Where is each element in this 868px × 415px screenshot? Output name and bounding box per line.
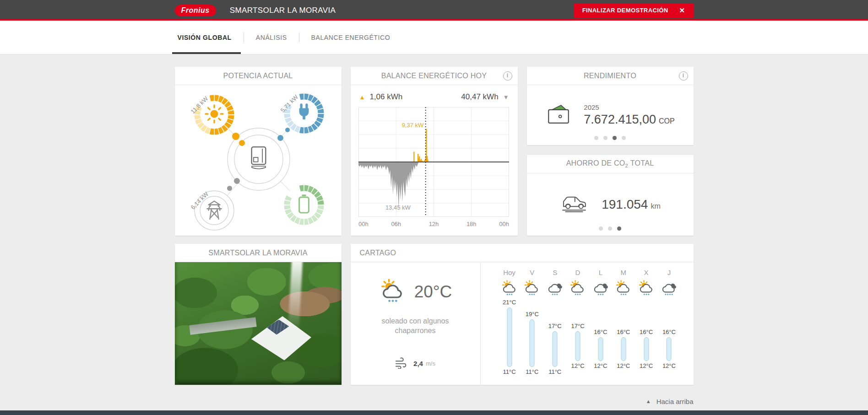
forecast-temp-track: 16°C12°C — [658, 298, 679, 379]
wind-unit: m/s — [426, 360, 435, 367]
info-icon[interactable]: i — [679, 71, 688, 81]
wind-icon — [395, 357, 408, 371]
yield-card: RENDIMIENTO i 2025 7.672.415,00COP — [527, 67, 694, 145]
site-title: SMARTSOLAR LA MORAVIA — [175, 244, 342, 262]
pagination-dot[interactable] — [613, 136, 617, 140]
photo-solar-panels — [266, 320, 289, 337]
co2-pagination — [527, 226, 694, 231]
forecast-day-label: S — [544, 269, 565, 276]
site-card: SMARTSOLAR LA MORAVIA — [175, 244, 342, 385]
car-icon — [559, 194, 589, 215]
current-weather: 20°C soleado con algunos chaparrones 2,4… — [351, 262, 481, 385]
forecast-day-label: D — [567, 269, 588, 276]
pagination-dot[interactable] — [599, 226, 603, 231]
inverter-hub — [239, 139, 279, 179]
forecast-low-temp: 12°C — [567, 362, 588, 369]
co2-value: 191.054km — [602, 197, 661, 212]
photo-building-roof — [251, 316, 311, 360]
back-to-top-link[interactable]: ▲ Hacia arriba — [646, 398, 694, 405]
grid-pylon-icon — [205, 199, 224, 222]
weather-condition: soleado con algunos chaparrones — [367, 316, 463, 336]
svg-text:9,37 kW: 9,37 kW — [401, 122, 423, 129]
pagination-dot[interactable] — [594, 136, 598, 140]
forecast-weather-icon — [499, 280, 520, 296]
wind-speed: 2,4 — [413, 360, 423, 367]
forecast-weather-icon — [567, 280, 588, 296]
forecast-low-temp: 12°C — [590, 362, 611, 369]
co2-unit: km — [651, 202, 660, 210]
forecast-temp-bar — [598, 337, 603, 361]
tab-vision-global[interactable]: VISIÓN GLOBAL — [175, 21, 244, 54]
svg-text:13,45 kW: 13,45 kW — [385, 204, 411, 211]
forecast-weather-icon — [613, 280, 634, 296]
forecast-high-temp: 16°C — [658, 329, 679, 335]
forecast-day-label: L — [590, 269, 611, 276]
site-aerial-photo — [175, 262, 342, 385]
current-power-card: POTENCIA ACTUAL — [175, 67, 342, 236]
yield-currency: COP — [659, 117, 675, 125]
current-power-title: POTENCIA ACTUAL — [175, 67, 342, 85]
forecast-day-column: Hoy 21°C11°C — [499, 269, 520, 385]
current-weather-icon — [379, 279, 407, 305]
forecast-day-label: X — [636, 269, 657, 276]
pagination-dot[interactable] — [622, 136, 626, 140]
app-root: Fronius SMARTSOLAR LA MORAVIA FINALIZAR … — [0, 0, 868, 415]
forecast-temp-track: 17°C12°C — [567, 298, 588, 379]
sun-icon — [204, 103, 225, 126]
forecast-day-label: M — [613, 269, 634, 276]
forecast-day-label: Hoy — [499, 269, 520, 276]
forecast-high-temp: 16°C — [636, 329, 657, 335]
tab-balance-energetico[interactable]: BALANCE ENERGÉTICO — [299, 21, 402, 54]
forecast-high-temp: 19°C — [521, 311, 542, 318]
info-icon[interactable]: i — [503, 71, 512, 81]
forecast-day-column: X 16°C12°C — [636, 269, 657, 385]
consumed-legend: 40,47 kWh▼ — [461, 92, 509, 102]
battery-icon — [296, 194, 312, 216]
forecast-low-temp: 11°C — [544, 368, 565, 375]
co2-card: AHORRO DE CO2 TOTAL 191.054km — [527, 155, 694, 236]
forecast-day-column: J 16°C12°C — [658, 269, 679, 385]
forecast-temp-track: 17°C11°C — [544, 298, 565, 379]
forecast-temp-track: 16°C12°C — [613, 298, 634, 379]
forecast-high-temp: 21°C — [499, 299, 520, 306]
forecast-weather-icon — [544, 280, 565, 296]
forecast-day-label: J — [658, 269, 679, 276]
forecast-temp-track: 16°C12°C — [590, 298, 611, 379]
page-footer: ▲ Hacia arriba — [175, 385, 694, 405]
forecast-weather-icon — [590, 280, 611, 296]
forecast-weather-icon — [636, 280, 657, 296]
forecast-high-temp: 16°C — [590, 329, 611, 335]
bottom-bar — [0, 410, 868, 415]
yield-pagination — [527, 136, 694, 140]
wallet-icon — [545, 102, 572, 128]
energy-balance-title: BALANCE ENERGÉTICO HOY — [381, 72, 487, 80]
co2-title: AHORRO DE CO2 TOTAL — [566, 159, 654, 168]
top-bar: Fronius SMARTSOLAR LA MORAVIA FINALIZAR … — [0, 0, 868, 21]
forecast-low-temp: 12°C — [636, 362, 657, 369]
power-flow-diagram: 11,8 kW 5,71 kW 6,14 kW — [175, 85, 342, 235]
forecast-temp-track: 21°C11°C — [499, 298, 520, 379]
energy-balance-card: BALANCE ENERGÉTICO HOY i ▲1,06 kWh 40,47… — [351, 67, 518, 236]
weather-location-title: CARTAGO — [351, 244, 694, 262]
forecast-temp-bar — [530, 319, 535, 367]
energy-balance-chart: 9,37 kW13,45 kW00h06h12h18h00h — [358, 107, 509, 229]
pagination-dot[interactable] — [603, 136, 608, 140]
weather-card: CARTAGO 20°C soleado con algunos chaparr… — [351, 244, 694, 385]
grid-flow-dot — [227, 186, 232, 191]
forecast-low-temp: 11°C — [499, 368, 520, 375]
nav-bar: VISIÓN GLOBAL ANÁLISIS BALANCE ENERGÉTIC… — [0, 21, 868, 54]
forecast-temp-bar — [667, 337, 672, 361]
close-icon: ✕ — [679, 6, 685, 15]
forecast-temp-track: 19°C11°C — [521, 298, 542, 379]
tab-analisis[interactable]: ANÁLISIS — [244, 21, 299, 54]
finish-demo-label: FINALIZAR DEMOSTRACIÓN — [582, 7, 668, 14]
forecast-high-temp: 17°C — [567, 323, 588, 329]
finish-demo-button[interactable]: FINALIZAR DEMOSTRACIÓN ✕ — [574, 3, 694, 18]
consumed-triangle-icon: ▼ — [503, 94, 509, 101]
pagination-dot[interactable] — [608, 226, 612, 231]
pagination-dot[interactable] — [617, 226, 621, 231]
yield-year: 2025 — [584, 103, 674, 111]
forecast-temp-bar — [553, 331, 558, 367]
yield-amount: 7.672.415,00COP — [584, 113, 674, 127]
forecast-day-column: L 16°C12°C — [590, 269, 611, 385]
